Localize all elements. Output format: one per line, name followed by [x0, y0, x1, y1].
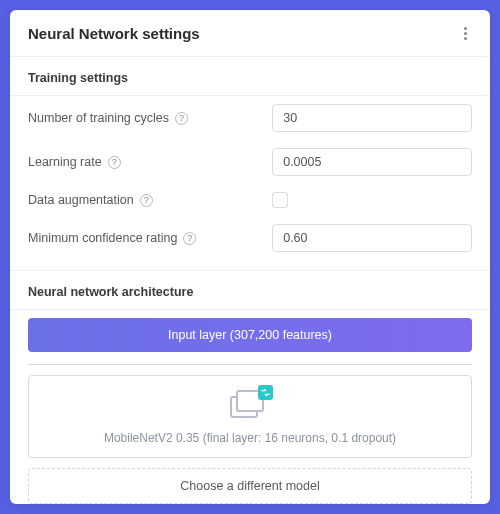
help-icon[interactable]: ?: [183, 232, 196, 245]
card-title: Neural Network settings: [28, 25, 200, 42]
label-text: Number of training cycles: [28, 111, 169, 125]
model-label: MobileNetV2 0.35 (final layer: 16 neuron…: [39, 431, 461, 445]
label-text: Minimum confidence rating: [28, 231, 177, 245]
field-label: Minimum confidence rating ?: [28, 231, 272, 245]
help-icon[interactable]: ?: [108, 156, 121, 169]
field-label: Learning rate ?: [28, 155, 272, 169]
field-data-augmentation: Data augmentation ?: [10, 184, 490, 216]
learning-rate-input[interactable]: [272, 148, 472, 176]
card-header: Neural Network settings: [10, 10, 490, 56]
label-text: Learning rate: [28, 155, 102, 169]
model-block[interactable]: MobileNetV2 0.35 (final layer: 16 neuron…: [28, 375, 472, 458]
help-icon[interactable]: ?: [175, 112, 188, 125]
architecture-section-title: Neural network architecture: [10, 271, 490, 309]
connector-line: [28, 364, 472, 365]
input-layer-block[interactable]: Input layer (307,200 features): [28, 318, 472, 352]
field-label: Number of training cycles ?: [28, 111, 272, 125]
image-transfer-icon: [230, 390, 270, 420]
overflow-menu-icon[interactable]: [456, 24, 474, 42]
field-label: Data augmentation ?: [28, 193, 272, 207]
data-augmentation-checkbox[interactable]: [272, 192, 288, 208]
label-text: Data augmentation: [28, 193, 134, 207]
help-icon[interactable]: ?: [140, 194, 153, 207]
field-training-cycles: Number of training cycles ?: [10, 96, 490, 140]
training-cycles-input[interactable]: [272, 104, 472, 132]
choose-model-label: Choose a different model: [180, 479, 319, 493]
settings-card: Neural Network settings Training setting…: [10, 10, 490, 504]
field-learning-rate: Learning rate ?: [10, 140, 490, 184]
minimum-confidence-input[interactable]: [272, 224, 472, 252]
choose-model-button[interactable]: Choose a different model: [28, 468, 472, 504]
architecture-area: Input layer (307,200 features) MobileNet…: [10, 310, 490, 504]
training-section-title: Training settings: [10, 57, 490, 95]
input-layer-label: Input layer (307,200 features): [168, 328, 332, 342]
field-minimum-confidence: Minimum confidence rating ?: [10, 216, 490, 260]
